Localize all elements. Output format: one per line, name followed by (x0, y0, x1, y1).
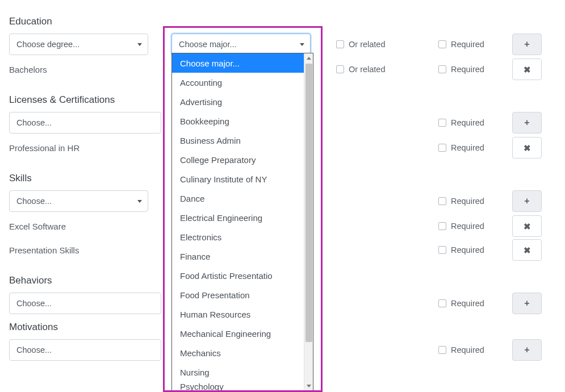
major-option[interactable]: Electronics (172, 227, 304, 247)
major-option[interactable]: Business Admin (172, 131, 304, 150)
checkbox-icon (336, 40, 344, 48)
major-option[interactable]: College Preparatory (172, 150, 304, 169)
checkbox-icon (438, 65, 446, 73)
dropdown-scrollbar[interactable] (304, 53, 313, 390)
motivation-select-value: Choose... (16, 345, 52, 355)
add-button[interactable]: + (512, 339, 542, 361)
behavior-select-value: Choose... (16, 299, 52, 308)
required-label: Required (451, 197, 484, 206)
degree-select-value: Choose degree... (16, 40, 79, 49)
major-option[interactable]: Culinary Institute of NY (172, 169, 304, 189)
major-dropdown-panel[interactable]: Choose major...AccountingAdvertisingBook… (171, 53, 313, 391)
plus-icon: + (524, 345, 529, 355)
required-label: Required (451, 222, 484, 231)
skill-item-label: Excel Software (9, 222, 171, 231)
or-related-checkbox[interactable]: Or related (336, 65, 385, 74)
or-related-checkbox[interactable]: Or related (336, 40, 385, 49)
major-option[interactable]: Dance (172, 189, 304, 208)
required-checkbox[interactable]: Required (438, 40, 484, 49)
skill-select-value: Choose... (16, 197, 52, 206)
checkbox-icon (438, 144, 446, 152)
close-icon: ✖ (524, 65, 531, 74)
add-button[interactable]: + (512, 190, 542, 212)
or-related-label: Or related (349, 65, 385, 74)
checkbox-icon (438, 40, 446, 48)
major-option[interactable]: Food Presentation (172, 285, 304, 305)
skill-select[interactable]: Choose... (9, 190, 148, 212)
required-label: Required (451, 118, 484, 127)
education-item-label: Bachelors (9, 65, 171, 74)
chevron-down-icon (137, 200, 142, 203)
education-title: Education (9, 16, 556, 27)
license-select[interactable]: Choose... (9, 112, 161, 134)
plus-icon: + (524, 40, 529, 49)
required-checkbox[interactable]: Required (438, 299, 484, 308)
major-option[interactable]: Accounting (172, 73, 304, 92)
major-option[interactable]: Food Artistic Presentatio (172, 266, 304, 285)
major-option[interactable]: Nursing (172, 362, 304, 382)
checkbox-icon (438, 246, 446, 254)
remove-button[interactable]: ✖ (512, 215, 542, 237)
required-label: Required (451, 345, 484, 355)
required-checkbox[interactable]: Required (438, 222, 484, 231)
major-option[interactable]: Choose major... (172, 53, 304, 73)
major-option[interactable]: Human Resources (172, 305, 304, 324)
chevron-down-icon (300, 43, 304, 46)
checkbox-icon (438, 346, 446, 354)
major-select-value: Choose major... (179, 40, 237, 49)
required-checkbox[interactable]: Required (438, 245, 484, 255)
major-select[interactable]: Choose major... (171, 34, 311, 55)
scrollbar-thumb[interactable] (305, 64, 312, 342)
major-option[interactable]: Advertising (172, 92, 304, 111)
checkbox-icon (438, 119, 446, 127)
required-checkbox[interactable]: Required (438, 65, 484, 74)
scroll-down-arrow-icon[interactable] (304, 381, 313, 390)
chevron-down-icon (137, 43, 142, 46)
license-select-value: Choose... (16, 118, 52, 127)
major-option[interactable]: Mechanics (172, 343, 304, 362)
remove-button[interactable]: ✖ (512, 137, 542, 159)
scroll-up-arrow-icon[interactable] (304, 53, 313, 62)
major-option[interactable]: Electrical Engineering (172, 208, 304, 227)
close-icon: ✖ (524, 144, 531, 152)
required-label: Required (451, 65, 484, 74)
plus-icon: + (524, 118, 529, 127)
behavior-select[interactable]: Choose... (9, 293, 161, 314)
motivation-select[interactable]: Choose... (9, 339, 161, 361)
close-icon: ✖ (524, 222, 531, 231)
plus-icon: + (524, 197, 529, 206)
required-label: Required (451, 245, 484, 255)
major-option[interactable]: Finance (172, 247, 304, 266)
major-option[interactable]: Psychology (172, 382, 304, 390)
required-checkbox[interactable]: Required (438, 143, 484, 152)
degree-select[interactable]: Choose degree... (9, 34, 148, 55)
skill-item-label: Presentation Skills (9, 245, 171, 255)
checkbox-icon (438, 222, 446, 230)
required-label: Required (451, 143, 484, 152)
or-related-label: Or related (349, 40, 385, 49)
checkbox-icon (336, 65, 344, 73)
checkbox-icon (438, 197, 446, 205)
required-checkbox[interactable]: Required (438, 118, 484, 127)
major-option[interactable]: Mechanical Engineering (172, 324, 304, 343)
add-button[interactable]: + (512, 293, 542, 314)
required-checkbox[interactable]: Required (438, 197, 484, 206)
major-option[interactable]: Bookkeeping (172, 111, 304, 131)
license-item-label: Professional in HR (9, 143, 171, 153)
close-icon: ✖ (524, 246, 531, 255)
required-label: Required (451, 299, 484, 308)
plus-icon: + (524, 299, 529, 308)
required-label: Required (451, 40, 484, 49)
remove-button[interactable]: ✖ (512, 59, 542, 80)
add-button[interactable]: + (512, 112, 542, 134)
remove-button[interactable]: ✖ (512, 239, 542, 261)
add-button[interactable]: + (512, 34, 542, 55)
required-checkbox[interactable]: Required (438, 345, 484, 355)
checkbox-icon (438, 299, 446, 307)
